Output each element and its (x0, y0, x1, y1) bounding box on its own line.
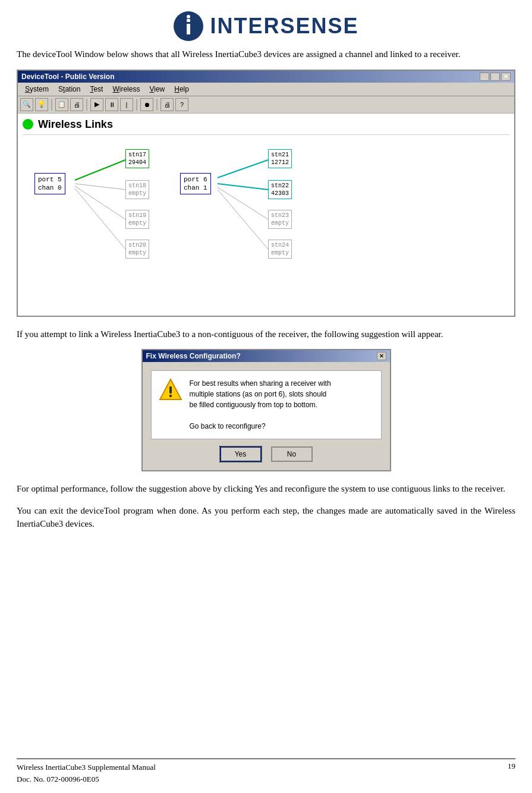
svg-line-8 (218, 160, 268, 178)
devicetool-window-wrapper: DeviceTool - Public Version _ □ ✕ System… (17, 70, 515, 317)
tb-separator-4 (156, 99, 158, 111)
dialog-wrapper: Fix Wireless Configuration? ✕ For best r… (0, 349, 532, 471)
tb-btn-5[interactable]: ▶ (90, 98, 103, 111)
close-button[interactable]: ✕ (501, 73, 511, 81)
footer: Wireless InertiaCube3 Supplemental Manua… (17, 759, 515, 785)
green-status-dot (23, 119, 33, 130)
toolbar: 🔍 💡 📋 🖨 ▶ ⏸ | ⏺ 🖨 ? (18, 96, 514, 114)
tb-separator-1 (51, 99, 52, 111)
menubar: System Station Test Wireless View Help (18, 83, 514, 96)
intersense-logo-icon (173, 11, 204, 42)
menu-system[interactable]: System (20, 84, 53, 95)
logo-text: INTERSENSE (210, 14, 358, 39)
devicetool-window: DeviceTool - Public Version _ □ ✕ System… (17, 70, 515, 317)
tb-separator-3 (136, 99, 137, 111)
svg-line-6 (75, 186, 125, 219)
svg-line-4 (75, 160, 125, 180)
tb-btn-3[interactable]: 📋 (55, 98, 68, 111)
svg-point-3 (187, 15, 190, 18)
stn22-box: stn22 42303 (268, 180, 292, 199)
footer-doc-number: Doc. No. 072-00096-0E05 (17, 773, 156, 785)
svg-line-10 (218, 187, 268, 219)
svg-line-5 (75, 184, 125, 190)
svg-rect-13 (169, 386, 172, 394)
stn23-box: stn23 empty (268, 210, 292, 229)
menu-view[interactable]: View (144, 84, 169, 95)
svg-line-7 (75, 188, 125, 249)
svg-rect-1 (187, 19, 190, 22)
maximize-button[interactable]: □ (490, 73, 500, 81)
tb-btn-9[interactable]: 🖨 (160, 98, 174, 111)
footer-left: Wireless InertiaCube3 Supplemental Manua… (17, 761, 156, 785)
tb-btn-4[interactable]: 🖨 (70, 98, 83, 111)
titlebar-buttons: _ □ ✕ (480, 73, 511, 81)
dialog-box: Fix Wireless Configuration? ✕ For best r… (141, 349, 391, 471)
stn17-box: stn17 29404 (125, 149, 149, 168)
yes-button[interactable]: Yes (220, 446, 262, 462)
dialog-body: For best results when sharing a receiver… (143, 362, 390, 470)
devicetool-titlebar: DeviceTool - Public Version _ □ ✕ (18, 71, 514, 83)
tb-separator-2 (86, 99, 87, 111)
devicetool-title: DeviceTool - Public Version (21, 73, 115, 81)
dialog-close-button[interactable]: ✕ (377, 352, 386, 360)
wireless-diagram: port 5 chan 0 port 6 chan 1 stn17 29404 … (29, 143, 509, 310)
menu-test[interactable]: Test (85, 84, 108, 95)
menu-station[interactable]: Station (53, 84, 85, 95)
tb-btn-10[interactable]: ? (175, 98, 188, 111)
menu-help[interactable]: Help (169, 84, 194, 95)
tb-btn-1[interactable]: 🔍 (20, 98, 33, 111)
tb-btn-6[interactable]: ⏸ (105, 98, 118, 111)
menu-wireless[interactable]: Wireless (108, 84, 144, 95)
dialog-content: For best results when sharing a receiver… (151, 370, 382, 439)
minimize-button[interactable]: _ (480, 73, 489, 81)
devicetool-content: Wireless Links (18, 114, 514, 316)
middle-paragraph: If you attempt to link a Wireless Inerti… (0, 328, 532, 341)
wireless-links-header: Wireless Links (23, 118, 509, 135)
svg-line-11 (218, 190, 268, 249)
dialog-buttons: Yes No (151, 446, 382, 462)
tb-btn-7[interactable]: | (120, 98, 133, 111)
final-paragraph-2: You can exit the deviceTool program when… (0, 504, 532, 531)
footer-manual-title: Wireless InertiaCube3 Supplemental Manua… (17, 761, 156, 773)
final-paragraph-1: For optimal performance, follow the sugg… (0, 482, 532, 496)
stn18-box: stn18 empty (125, 180, 149, 199)
svg-rect-14 (169, 395, 172, 397)
stn20-box: stn20 empty (125, 240, 149, 259)
footer-page-number: 19 (508, 761, 515, 785)
dialog-message: For best results when sharing a receiver… (190, 378, 331, 432)
tb-btn-2[interactable]: 💡 (35, 98, 48, 111)
stn21-box: stn21 12712 (268, 149, 292, 168)
svg-line-9 (218, 184, 268, 190)
tb-btn-8[interactable]: ⏺ (140, 98, 153, 111)
intro-paragraph: The deviceTool Window below shows that a… (0, 48, 532, 61)
wireless-links-title: Wireless Links (38, 118, 113, 131)
stn19-box: stn19 empty (125, 210, 149, 229)
svg-rect-2 (187, 24, 190, 34)
warning-icon (159, 378, 182, 402)
dialog-titlebar: Fix Wireless Configuration? ✕ (143, 350, 390, 362)
logo-area: INTERSENSE (0, 0, 532, 48)
port6-box: port 6 chan 1 (180, 173, 211, 195)
stn24-box: stn24 empty (268, 240, 292, 259)
no-button[interactable]: No (271, 446, 313, 462)
port5-box: port 5 chan 0 (34, 173, 65, 195)
dialog-title: Fix Wireless Configuration? (146, 352, 241, 360)
